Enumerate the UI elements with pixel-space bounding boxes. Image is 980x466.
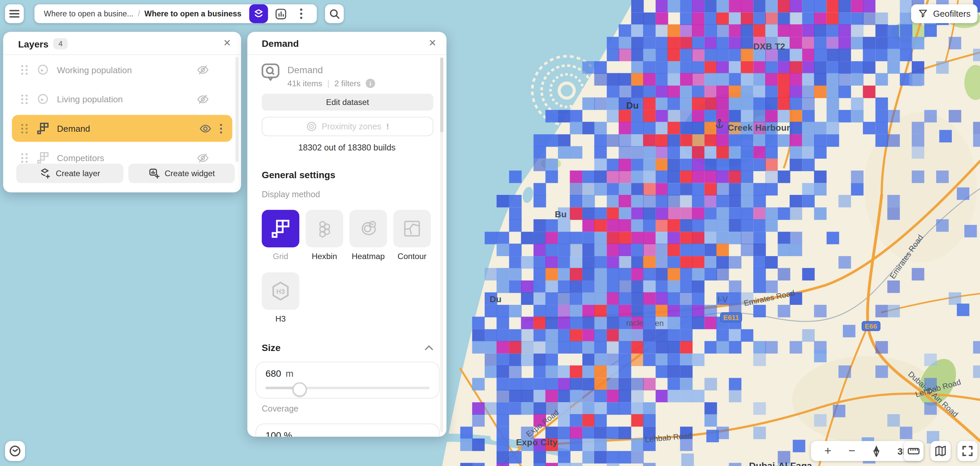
layer-name: Living population (57, 94, 197, 104)
geofilters-button[interactable]: Geofilters (911, 4, 977, 23)
fullscreen-button[interactable] (958, 441, 978, 461)
size-card: 680 m (256, 362, 439, 398)
display-method-grid[interactable]: Grid (262, 210, 299, 261)
display-method-label: Display method (262, 190, 320, 199)
grid-tile-icon[interactable] (262, 210, 299, 247)
svg-text:H3: H3 (276, 288, 285, 295)
dataset-items-count: 41k items (287, 79, 322, 88)
search-button[interactable] (325, 4, 344, 23)
eye-off-icon[interactable] (197, 94, 209, 104)
breadcrumb-current[interactable]: Where to open a business (145, 10, 242, 18)
size-value: 680 (266, 368, 281, 379)
layers-toggle-button[interactable] (249, 4, 267, 23)
breadcrumb-parent[interactable]: Where to open a busine... (44, 10, 134, 18)
eye-off-icon[interactable] (197, 65, 209, 74)
point-layer-icon (37, 64, 49, 76)
zoom-in-button[interactable]: + (824, 444, 832, 458)
point-layer-icon (37, 93, 49, 105)
create-layer-icon (40, 168, 51, 179)
funnel-icon (918, 9, 928, 19)
drag-handle-icon[interactable] (21, 64, 28, 76)
layer-row-demand[interactable]: Demand (12, 115, 232, 142)
app-root: DXB T2DuCreek HarbourBuDuracleenI-VEmira… (0, 0, 980, 466)
layers-list: Working populationLiving population Dema… (3, 55, 241, 163)
layers-icon (253, 8, 264, 19)
dataset-filters-count: 2 filters (334, 79, 361, 88)
size-unit: m (286, 368, 293, 379)
heatmap-tile-icon[interactable] (350, 210, 387, 247)
hexbin-tile-icon[interactable] (306, 210, 343, 247)
dataset-meta-separator: | (327, 79, 329, 88)
create-layer-button[interactable]: Create layer (16, 164, 123, 183)
measure-button[interactable] (904, 441, 924, 461)
layers-close-icon[interactable]: ✕ (223, 38, 231, 49)
more-options-button[interactable] (293, 4, 309, 23)
display-method-tiles: GridHexbin Heatmap ContourH3H3 (262, 210, 437, 323)
proximity-warning: ! (386, 122, 389, 131)
edit-dataset-button[interactable]: Edit dataset (262, 94, 433, 110)
clock-icon (9, 445, 21, 457)
drag-handle-icon[interactable] (21, 93, 28, 105)
layer-menu-icon[interactable] (220, 124, 222, 133)
history-button[interactable] (5, 441, 25, 461)
layers-scrollbar[interactable] (235, 57, 239, 162)
edit-dataset-label: Edit dataset (326, 98, 369, 107)
demand-panel-title: Demand (262, 38, 299, 49)
layer-row-working-population[interactable]: Working population (3, 55, 241, 84)
display-method-h3[interactable]: H3H3 (262, 273, 299, 323)
display-method-tile-label: Contour (398, 252, 427, 261)
proximity-zones-label: Proximity zones (322, 122, 381, 131)
fullscreen-icon (962, 445, 973, 456)
display-method-hexbin[interactable]: Hexbin (306, 210, 343, 261)
display-method-tile-label: Grid (273, 252, 288, 261)
drag-handle-icon[interactable] (21, 123, 28, 134)
info-icon[interactable]: i (366, 79, 375, 88)
breadcrumb-separator: / (138, 10, 140, 18)
size-slider-thumb[interactable] (292, 382, 307, 396)
search-icon (329, 8, 340, 19)
eye-icon[interactable] (200, 124, 211, 133)
geofilters-label: Geofilters (933, 9, 970, 19)
proximity-zones-button[interactable]: Proximity zones ! (262, 117, 433, 136)
create-widget-button[interactable]: Create widget (129, 164, 235, 183)
create-widget-label: Create widget (165, 169, 215, 178)
map-icon (934, 445, 947, 457)
zoom-out-button[interactable]: − (848, 444, 855, 458)
layer-name: Competitors (57, 153, 197, 163)
create-widget-icon (148, 168, 161, 179)
layer-name: Demand (57, 124, 200, 133)
display-method-tile-label: H3 (275, 314, 286, 323)
drag-handle-icon[interactable] (21, 152, 28, 163)
layer-name: Working population (57, 65, 197, 74)
ruler-icon (907, 445, 920, 457)
layers-panel: Layers 4 ✕ Working populationLiving popu… (3, 32, 241, 192)
h3-tile-icon[interactable]: H3 (262, 273, 299, 310)
contour-tile-icon[interactable] (393, 210, 431, 247)
display-method-tile-label: Hexbin (312, 252, 337, 261)
basemap-button[interactable] (931, 441, 951, 461)
display-method-heatmap[interactable]: Heatmap (350, 210, 387, 261)
coverage-card: 100 % (256, 423, 439, 437)
display-method-contour[interactable]: Contour (393, 210, 431, 261)
compass-icon[interactable] (872, 445, 880, 457)
hamburger-icon (10, 10, 19, 18)
demand-close-icon[interactable]: ✕ (428, 38, 436, 49)
create-layer-label: Create layer (56, 169, 100, 178)
general-settings-title: General settings (262, 169, 336, 180)
grid-layer-icon (37, 122, 49, 135)
eye-off-icon[interactable] (197, 153, 209, 163)
grid-layer-icon (37, 152, 49, 164)
layers-count-badge: 4 (54, 38, 68, 49)
main-menu-button[interactable] (5, 4, 24, 23)
layer-row-living-population[interactable]: Living population (3, 84, 241, 114)
layers-panel-title: Layers (18, 38, 48, 49)
coverage-label: Coverage (262, 404, 299, 414)
display-method-tile-label: Heatmap (352, 252, 385, 261)
bar-chart-icon (275, 8, 287, 20)
demand-scrollbar-thumb[interactable] (440, 57, 443, 132)
widgets-button[interactable] (272, 4, 290, 23)
dataset-name: Demand (287, 64, 323, 75)
demand-layer-panel: Demand ✕ Demand 41k items | 2 filters i … (248, 32, 447, 437)
chevron-up-icon[interactable] (425, 345, 433, 350)
target-icon (306, 121, 317, 132)
